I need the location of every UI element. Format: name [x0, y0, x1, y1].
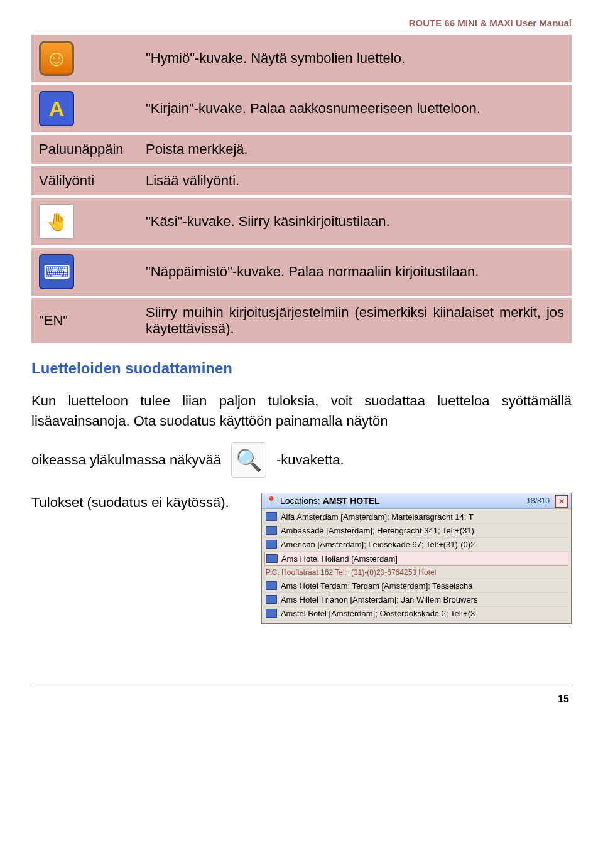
table-key — [31, 248, 138, 296]
poi-icon — [266, 595, 277, 604]
table-key: "EN" — [31, 298, 138, 343]
screenshot-list: Alfa Amsterdam [Amsterdam]; Martelaarsgr… — [262, 509, 571, 623]
list-item-label: Alfa Amsterdam [Amsterdam]; Martelaarsgr… — [281, 512, 474, 522]
doc-header: ROUTE 66 MINI & MAXI User Manual — [31, 18, 572, 28]
inline-icon-sentence: oikeassa yläkulmassa näkyvää 🔍 -kuvakett… — [31, 442, 572, 478]
poi-icon — [266, 581, 277, 590]
screenshot-titlebar: 📍 Locations: AMST HOTEL 18/310 ✕ — [262, 493, 571, 509]
list-item-sub: P.C. Hooftstraat 162 Tel:+(31)-(0)20-676… — [264, 566, 568, 579]
filter-icon: 🔍 — [231, 442, 266, 478]
table-desc: Poista merkkejä. — [138, 135, 572, 164]
page-number: 15 — [31, 687, 572, 717]
poi-icon — [266, 526, 277, 535]
icon-description-table: "Hymiö"-kuvake. Näytä symbolien luettelo… — [31, 35, 572, 343]
poi-icon — [266, 540, 277, 549]
poi-icon — [266, 512, 277, 521]
table-key — [31, 35, 138, 82]
table-desc: "Näppäimistö"-kuvake. Palaa normaaliin k… — [138, 248, 572, 296]
close-icon[interactable]: ✕ — [555, 495, 568, 508]
table-key: Paluunäppäin — [31, 135, 138, 164]
table-desc: "Kirjain"-kuvake. Palaa aakkosnumeerisee… — [138, 85, 572, 132]
list-item-label: Ams Hotel Trianon [Amsterdam]; Jan Wille… — [281, 595, 478, 604]
list-item[interactable]: Ambassade [Amsterdam]; Herengracht 341; … — [264, 524, 568, 538]
results-screenshot: 📍 Locations: AMST HOTEL 18/310 ✕ Alfa Am… — [261, 493, 572, 624]
smile-icon — [39, 41, 74, 76]
screenshot-title-query: AMST HOTEL — [323, 496, 380, 506]
list-item-label: Ambassade [Amsterdam]; Herengracht 341; … — [281, 526, 474, 535]
list-item-label: Amstel Botel [Amsterdam]; Oosterdokskade… — [281, 609, 475, 618]
letter-icon — [39, 91, 74, 126]
body-paragraph: Kun luetteloon tulee liian paljon tuloks… — [31, 391, 572, 431]
list-item[interactable]: Ams Hotel Trianon [Amsterdam]; Jan Wille… — [264, 593, 568, 607]
list-item[interactable]: Alfa Amsterdam [Amsterdam]; Martelaarsgr… — [264, 510, 568, 524]
table-desc: Lisää välilyönti. — [138, 166, 572, 195]
kb-icon — [39, 254, 74, 289]
screenshot-count: 18/310 — [526, 496, 550, 505]
list-item-label: Ams Hotel Terdam; Terdam [Amsterdam]; Te… — [281, 581, 473, 591]
table-desc: Siirry muihin kirjoitusjärjestelmiin (es… — [138, 298, 572, 343]
table-desc: "Käsi"-kuvake. Siirry käsinkirjoitustila… — [138, 198, 572, 245]
poi-icon — [266, 554, 278, 563]
poi-icon — [266, 609, 277, 618]
inline-before-text: oikeassa yläkulmassa näkyvää — [31, 452, 221, 468]
table-desc: "Hymiö"-kuvake. Näytä symbolien luettelo… — [138, 35, 572, 82]
list-item[interactable]: Ams Hotel Holland [Amsterdam] — [264, 552, 568, 566]
results-caption: Tulokset (suodatus ei käytössä). — [31, 493, 242, 513]
inline-after-text: -kuvaketta. — [276, 452, 344, 468]
pin-icon: 📍 — [266, 496, 276, 506]
hand-icon — [39, 204, 74, 239]
table-key — [31, 198, 138, 245]
list-item-label: American [Amsterdam]; Leidsekade 97; Tel… — [281, 540, 475, 549]
section-heading: Luetteloiden suodattaminen — [31, 360, 572, 377]
list-item[interactable]: Amstel Botel [Amsterdam]; Oosterdokskade… — [264, 607, 568, 621]
table-key — [31, 85, 138, 132]
list-item[interactable]: Ams Hotel Terdam; Terdam [Amsterdam]; Te… — [264, 579, 568, 593]
list-item-label: Ams Hotel Holland [Amsterdam] — [281, 554, 398, 564]
table-key: Välilyönti — [31, 166, 138, 195]
list-item[interactable]: American [Amsterdam]; Leidsekade 97; Tel… — [264, 538, 568, 552]
screenshot-title-prefix: Locations: — [280, 496, 320, 506]
